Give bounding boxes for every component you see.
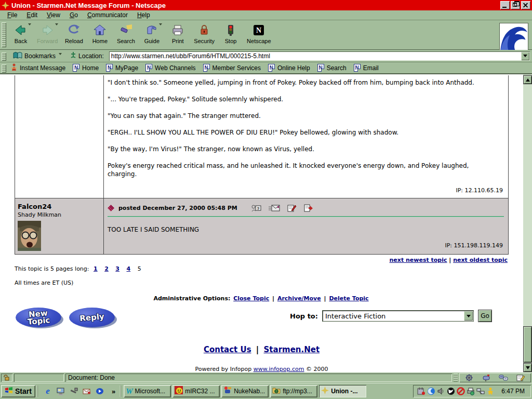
security-lock-button[interactable]: [1, 374, 12, 382]
go-button[interactable]: Go: [478, 310, 492, 322]
navigation-toolbar: Back Forward Reload Home Search: [0, 20, 532, 50]
personal-mypage-button[interactable]: N MyPage: [104, 63, 142, 73]
url-dropdown-button[interactable]: [521, 52, 529, 60]
next-oldest-topic-link[interactable]: next oldest topic: [453, 257, 508, 263]
stop-button[interactable]: Stop: [218, 22, 244, 48]
personal-search-button[interactable]: N Search: [315, 63, 351, 73]
menu-edit[interactable]: Edit: [22, 10, 42, 20]
edit-post-icon[interactable]: [287, 204, 297, 212]
reply-button[interactable]: Reply: [69, 308, 118, 329]
tray-network-icon[interactable]: [476, 387, 485, 395]
guide-button[interactable]: Guide: [139, 22, 165, 48]
scroll-up-button[interactable]: [523, 75, 532, 84]
composer-icon[interactable]: [516, 374, 525, 381]
restore-button[interactable]: [511, 1, 520, 9]
netscape-throbber-wave-icon[interactable]: [500, 23, 528, 51]
forum-post-table: "I don't think so." Someone yelled, jump…: [15, 75, 509, 255]
archive-move-link[interactable]: Archive/Move: [277, 295, 321, 302]
quick-launch-overflow-chevron[interactable]: »: [109, 388, 118, 395]
tray-printer-icon[interactable]: [467, 387, 475, 395]
contact-us-link[interactable]: Contact Us: [204, 345, 251, 354]
personal-onlinehelp-button[interactable]: N Online Help: [266, 63, 314, 73]
home-button[interactable]: Home: [87, 22, 113, 48]
taskbar-grip[interactable]: [37, 385, 39, 397]
taskbar-button-mirc[interactable]: mIRC32 ...: [172, 385, 220, 397]
outlook-mail-icon[interactable]: [82, 387, 91, 396]
bookmarks-button[interactable]: Bookmarks: [10, 50, 65, 61]
instant-message-button[interactable]: Instant Message: [9, 62, 70, 74]
page-link-4[interactable]: 4: [127, 265, 131, 272]
folder-globe-icon: [272, 387, 281, 396]
tray-volume-icon[interactable]: [437, 387, 445, 395]
scroll-down-button[interactable]: [523, 363, 532, 372]
menu-view[interactable]: View: [43, 10, 64, 20]
reload-button[interactable]: Reload: [61, 22, 87, 48]
pagination: This topic is 5 pages long: 1 2 3 4 5: [15, 265, 509, 272]
tray-blocked-icon[interactable]: [457, 387, 465, 395]
tray-scheduler-icon[interactable]: [417, 387, 425, 395]
security-button[interactable]: Security: [191, 22, 218, 48]
back-icon: [15, 23, 27, 37]
new-topic-button[interactable]: New Topic: [16, 308, 64, 329]
mailbox-icon[interactable]: [482, 374, 490, 381]
statusbar-grip[interactable]: [454, 374, 458, 382]
chevron-down-icon[interactable]: [464, 311, 473, 321]
back-button[interactable]: Back: [8, 22, 34, 48]
reply-quote-icon[interactable]: [304, 204, 313, 212]
scrollbar-thumb[interactable]: [523, 326, 532, 363]
print-button[interactable]: Print: [165, 22, 191, 48]
media-player-icon[interactable]: [95, 387, 104, 396]
topic-navigation: next newest topic | next oldest topic: [15, 255, 509, 263]
arrow-up-icon: [526, 78, 530, 82]
personal-webchannels-button[interactable]: N Web Channels: [143, 63, 200, 73]
personal-toolbar: Instant Message N Home N MyPage N Web Ch…: [0, 62, 532, 74]
taskbar-grip[interactable]: [120, 385, 122, 397]
tray-aim-icon[interactable]: [486, 387, 495, 395]
taskbar-button-union-active[interactable]: Union -...: [319, 385, 366, 397]
location-label-chip[interactable]: Location:: [67, 50, 107, 61]
taskbar-button-word[interactable]: W Microsoft...: [124, 385, 171, 397]
taskbar-button-ftp[interactable]: ftp://mp3...: [270, 385, 317, 397]
search-button[interactable]: Search: [113, 22, 139, 48]
location-grip[interactable]: [2, 52, 6, 61]
taskbar-button-nukenabber[interactable]: NukeNab...: [221, 385, 269, 397]
infopop-link[interactable]: www.infopop.com: [254, 366, 304, 373]
personal-grip[interactable]: [2, 64, 6, 73]
desktop-icon[interactable]: [56, 387, 65, 396]
view-profile-icon[interactable]: ?: [251, 204, 261, 212]
netscape-icon: N: [253, 23, 264, 37]
menu-go[interactable]: Go: [65, 10, 82, 20]
page-link-1[interactable]: 1: [94, 265, 98, 272]
tray-icq-icon[interactable]: [427, 387, 435, 395]
netscape-button[interactable]: N Netscape: [244, 22, 274, 48]
personal-memberservices-button[interactable]: N Member Services: [201, 63, 265, 73]
menu-help[interactable]: Help: [133, 10, 154, 20]
personal-email-button[interactable]: N Email: [352, 63, 383, 73]
navigator-icon[interactable]: [466, 374, 474, 381]
menu-communicator[interactable]: Communicator: [83, 10, 132, 20]
minimize-button[interactable]: [500, 1, 510, 9]
close-topic-link[interactable]: Close Topic: [233, 295, 269, 302]
tray-dialup-globe-icon[interactable]: [447, 387, 455, 395]
menu-file[interactable]: File: [3, 10, 21, 20]
chevron-down-icon: [59, 53, 62, 55]
personal-home-button[interactable]: N Home: [71, 63, 103, 73]
taskbar-clock: 6:47 PM: [501, 388, 527, 395]
page-link-2[interactable]: 2: [104, 265, 109, 272]
discussions-icon[interactable]: [499, 374, 508, 381]
delete-topic-link[interactable]: Delete Topic: [329, 295, 368, 302]
tools-icon[interactable]: [69, 387, 78, 396]
toolbar-grip[interactable]: [2, 22, 6, 47]
title-bar[interactable]: Union - Starmen.Net Message Forum - Nets…: [0, 0, 532, 10]
forward-button[interactable]: Forward: [34, 22, 61, 48]
starmen-net-link[interactable]: Starmen.Net: [264, 345, 320, 354]
email-icon[interactable]: [269, 205, 280, 211]
hop-to-select[interactable]: Interactive Fiction: [322, 310, 474, 322]
start-button[interactable]: Start: [1, 385, 35, 397]
internet-explorer-icon[interactable]: e: [43, 387, 52, 396]
next-newest-topic-link[interactable]: next newest topic: [390, 257, 447, 263]
page-link-3[interactable]: 3: [115, 265, 119, 272]
url-input[interactable]: http://www.starmen.net/ubb/Forum6/HTML/0…: [109, 51, 530, 61]
close-button[interactable]: [521, 1, 530, 9]
vertical-scrollbar[interactable]: [523, 74, 532, 373]
